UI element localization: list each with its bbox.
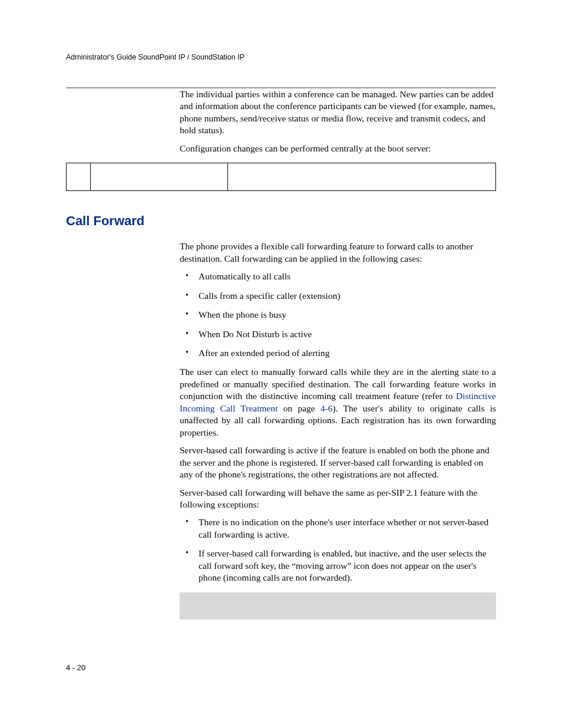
list-item: Calls from a specific caller (extension): [180, 290, 496, 302]
section-heading: Call Forward: [66, 213, 496, 229]
config-table: [66, 163, 496, 191]
section-body: The phone provides a flexible call forwa…: [180, 241, 496, 619]
running-header-text: Administrator's Guide SoundPoint IP / So…: [66, 53, 496, 65]
note-band: [180, 592, 496, 620]
table-cell-1: [67, 163, 91, 190]
running-header: Administrator's Guide SoundPoint IP / So…: [66, 53, 496, 88]
list-item: There is no indication on the phone's us…: [180, 516, 496, 541]
list-item: When Do Not Disturb is active: [180, 328, 496, 340]
intro-block: The individual parties within a conferen…: [180, 88, 496, 154]
intro-paragraph-2: Configuration changes can be performed c…: [180, 143, 496, 154]
section-paragraph-2: The user can elect to manually forward c…: [180, 366, 496, 439]
page: Administrator's Guide SoundPoint IP / So…: [0, 0, 562, 728]
page-number: 4 - 20: [66, 663, 85, 672]
link-page-ref[interactable]: 4-6: [320, 403, 333, 413]
section-paragraph-3: Server-based call forwarding is active i…: [180, 444, 496, 480]
bullets-list-1: Automatically to all calls Calls from a …: [180, 271, 496, 359]
section-paragraph-4: Server-based call forwarding will behave…: [180, 487, 496, 511]
p2-text-b: on page: [278, 403, 320, 413]
section-paragraph-1: The phone provides a flexible call forwa…: [180, 241, 496, 265]
bullets-list-2: There is no indication on the phone's us…: [180, 516, 496, 584]
intro-paragraph-1: The individual parties within a conferen…: [180, 88, 496, 137]
list-item: When the phone is busy: [180, 309, 496, 321]
table-cell-3: [228, 163, 495, 190]
list-item: If server-based call forwarding is enabl…: [180, 548, 496, 584]
list-item: Automatically to all calls: [180, 271, 496, 282]
table-cell-2: [91, 163, 228, 190]
p2-text-a: The user can elect to manually forward c…: [180, 367, 496, 401]
list-item: After an extended period of alerting: [180, 347, 496, 359]
